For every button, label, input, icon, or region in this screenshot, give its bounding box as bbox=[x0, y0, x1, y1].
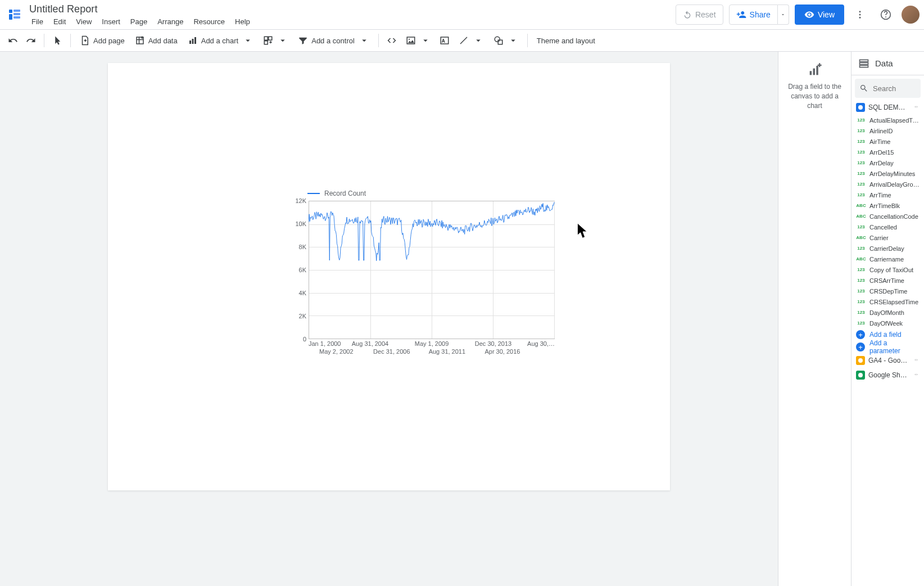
menu-view[interactable]: View bbox=[71, 16, 96, 28]
field-row[interactable]: 123CRSArrTime bbox=[851, 275, 924, 286]
text-button[interactable] bbox=[436, 32, 453, 49]
image-icon bbox=[406, 35, 416, 46]
field-row[interactable]: 123ArrTime bbox=[851, 190, 924, 200]
field-row[interactable]: 123ArrDelayMinutes bbox=[851, 168, 924, 179]
add-parameter-button[interactable]: +Add a parameter bbox=[851, 341, 924, 353]
field-row[interactable]: 123ArrDel15 bbox=[851, 147, 924, 157]
x-tick-label: May 1, 2009 bbox=[415, 340, 449, 347]
field-row[interactable]: ABCCarriername bbox=[851, 254, 924, 264]
svg-rect-22 bbox=[860, 60, 868, 61]
field-row[interactable]: 123ArrivalDelayGroups bbox=[851, 179, 924, 190]
field-row[interactable]: 123ArrDelay bbox=[851, 157, 924, 168]
field-type-badge: 123 bbox=[856, 182, 866, 187]
menu-help[interactable]: Help bbox=[230, 16, 255, 28]
canvas-area[interactable]: Record Count 02K4K6K8K10K12K Jan 1, 2000… bbox=[0, 52, 778, 586]
field-row[interactable]: 123DayOfMonth bbox=[851, 307, 924, 318]
line-button[interactable] bbox=[454, 32, 488, 49]
chart[interactable]: Record Count 02K4K6K8K10K12K Jan 1, 2000… bbox=[291, 190, 555, 369]
field-row[interactable]: 123DayOfWeek bbox=[851, 318, 924, 328]
image-button[interactable] bbox=[401, 32, 435, 49]
field-row[interactable]: 123CRSElapsedTime bbox=[851, 296, 924, 307]
undo-button[interactable] bbox=[4, 32, 21, 49]
redo-icon bbox=[26, 35, 36, 46]
legend-label: Record Count bbox=[324, 190, 366, 197]
field-row[interactable]: 123CarrierDelay bbox=[851, 243, 924, 254]
field-name: ArrDelay bbox=[869, 160, 894, 166]
expand-icon[interactable] bbox=[913, 371, 920, 380]
caret-down-icon bbox=[243, 35, 253, 46]
add-data-button[interactable]: Add data bbox=[130, 32, 182, 49]
field-name: ArrDelayMinutes bbox=[869, 170, 915, 177]
community-viz-button[interactable] bbox=[259, 32, 292, 49]
add-control-button[interactable]: Add a control bbox=[293, 32, 374, 49]
field-type-badge: 123 bbox=[856, 128, 866, 133]
datasource-row[interactable]: GA4 - Google Merc… bbox=[851, 353, 924, 368]
field-row[interactable]: ABCCarrier bbox=[851, 232, 924, 243]
field-row[interactable]: 123Cancelled bbox=[851, 222, 924, 232]
help-button[interactable] bbox=[876, 4, 896, 25]
field-row[interactable]: ABCCancellationCode bbox=[851, 211, 924, 222]
chart-plot: 02K4K6K8K10K12K bbox=[291, 201, 555, 339]
y-tick-label: 10K bbox=[295, 220, 306, 227]
x-axis: Jan 1, 2000Aug 31, 2004May 1, 2009Dec 30… bbox=[309, 339, 555, 356]
field-row[interactable]: 123Copy of TaxiOut bbox=[851, 264, 924, 275]
search-icon bbox=[859, 84, 868, 93]
menu-file[interactable]: File bbox=[27, 16, 48, 28]
menu-resource[interactable]: Resource bbox=[189, 16, 229, 28]
field-type-badge: ABC bbox=[856, 256, 866, 262]
svg-rect-3 bbox=[13, 13, 20, 15]
menu-page[interactable]: Page bbox=[126, 16, 152, 28]
field-row[interactable]: 123AirTime bbox=[851, 136, 924, 147]
toolbar: Add page Add data Add a chart Add a cont… bbox=[0, 29, 924, 52]
add-chart-button[interactable]: Add a chart bbox=[183, 32, 258, 49]
field-row[interactable]: 123AirlineID bbox=[851, 125, 924, 136]
add-chart-drop-icon bbox=[805, 60, 825, 80]
menu-arrange[interactable]: Arrange bbox=[153, 16, 188, 28]
avatar[interactable] bbox=[902, 6, 920, 24]
search-field[interactable] bbox=[855, 79, 921, 98]
expand-icon[interactable] bbox=[913, 103, 920, 112]
field-row[interactable]: 123ActualElapsedTime bbox=[851, 115, 924, 125]
plus-icon: + bbox=[856, 330, 865, 339]
field-type-badge: 123 bbox=[856, 299, 866, 304]
svg-rect-2 bbox=[13, 10, 20, 12]
shape-button[interactable] bbox=[489, 32, 523, 49]
datasource-row[interactable]: Google Sheets bbox=[851, 368, 924, 382]
svg-point-5 bbox=[859, 11, 861, 12]
embed-button[interactable] bbox=[383, 32, 400, 49]
menu-edit[interactable]: Edit bbox=[49, 16, 70, 28]
datasource-row[interactable]: SQL DEMO: faa_fli… bbox=[851, 100, 924, 115]
add-page-button[interactable]: Add page bbox=[75, 32, 129, 49]
search-input[interactable] bbox=[873, 84, 916, 93]
expand-icon[interactable] bbox=[913, 357, 920, 365]
undo-icon bbox=[683, 10, 692, 19]
svg-point-17 bbox=[495, 37, 500, 42]
share-button[interactable]: Share bbox=[729, 4, 778, 25]
reset-button[interactable]: Reset bbox=[676, 4, 723, 25]
view-button[interactable]: View bbox=[795, 4, 844, 25]
canvas-page[interactable]: Record Count 02K4K6K8K10K12K Jan 1, 2000… bbox=[108, 63, 670, 490]
main: Record Count 02K4K6K8K10K12K Jan 1, 2000… bbox=[0, 52, 924, 586]
field-name: ArrDel15 bbox=[869, 149, 894, 156]
field-name: DayOfMonth bbox=[869, 309, 904, 316]
share-dropdown[interactable] bbox=[778, 4, 789, 25]
field-row[interactable]: ABCArrTimeBlk bbox=[851, 200, 924, 211]
menu-insert[interactable]: Insert bbox=[97, 16, 125, 28]
field-row[interactable]: 123CRSDepTime bbox=[851, 286, 924, 296]
x-tick-label: Dec 30, 2013 bbox=[475, 340, 511, 347]
mouse-cursor bbox=[577, 223, 590, 241]
document-title[interactable]: Untitled Report bbox=[27, 3, 676, 15]
person-add-icon bbox=[736, 10, 746, 20]
field-type-badge: 123 bbox=[856, 224, 866, 229]
svg-point-25 bbox=[858, 105, 863, 110]
field-type-badge: 123 bbox=[856, 267, 866, 272]
drop-panel[interactable]: Drag a field to the canvas to add a char… bbox=[778, 52, 851, 586]
select-tool[interactable] bbox=[49, 32, 66, 49]
add-data-label: Add data bbox=[148, 37, 178, 45]
more-button[interactable] bbox=[850, 4, 870, 25]
menubar: File Edit View Insert Page Arrange Resou… bbox=[27, 16, 676, 28]
theme-button[interactable]: Theme and layout bbox=[532, 32, 600, 49]
sheets-icon bbox=[856, 371, 865, 380]
redo-button[interactable] bbox=[22, 32, 39, 49]
app-logo[interactable] bbox=[7, 7, 22, 22]
